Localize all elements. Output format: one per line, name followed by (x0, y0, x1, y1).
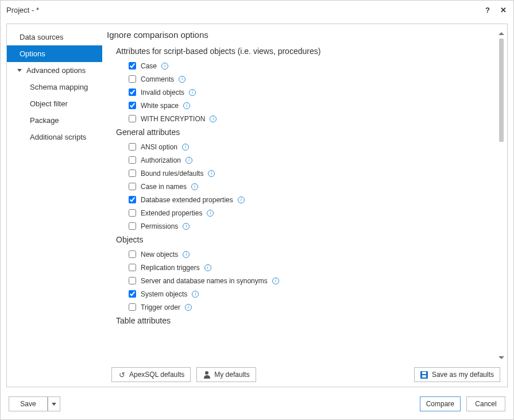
sidebar-item-additional-scripts[interactable]: Additional scripts (7, 129, 102, 145)
checkbox[interactable] (129, 143, 136, 151)
window-controls: ? ✕ (485, 6, 507, 14)
checkbox-row-trigger-order: Trigger orderi (129, 303, 493, 311)
footer-right-buttons: Compare Cancel (420, 396, 505, 411)
cancel-button[interactable]: Cancel (466, 396, 505, 411)
sidebar-item-label: Object filter (30, 99, 68, 108)
help-button[interactable]: ? (485, 6, 490, 14)
save-as-defaults-button[interactable]: Save as my defaults (414, 367, 500, 382)
info-icon[interactable]: i (272, 278, 279, 284)
checkbox[interactable] (129, 277, 136, 284)
checkbox[interactable] (129, 169, 136, 177)
checkbox-label: White space (141, 102, 179, 110)
right-buttons: Save as my defaults (414, 367, 500, 382)
section-title: Table attributes (116, 316, 493, 325)
checkbox-label: Comments (141, 75, 174, 83)
sidebar-item-object-filter[interactable]: Object filter (7, 95, 102, 112)
info-icon[interactable]: i (204, 264, 211, 271)
sidebar-item-schema-mapping[interactable]: Schema mapping (7, 79, 102, 95)
checkbox[interactable] (129, 183, 136, 190)
checkbox-row-comments: Commentsi (129, 75, 493, 83)
section-title: Objects (116, 235, 493, 244)
save-label: Save (20, 400, 36, 408)
checklist: New objectsiReplication triggersiServer … (116, 250, 493, 311)
info-icon[interactable]: i (185, 304, 192, 311)
sidebar-item-advanced-options[interactable]: Advanced options (7, 62, 102, 79)
sidebar: Data sourcesOptionsAdvanced optionsSchem… (7, 24, 102, 361)
checkbox[interactable] (129, 102, 136, 109)
apexsql-defaults-button[interactable]: ↺ ApexSQL defaults (111, 367, 191, 382)
info-icon[interactable]: i (161, 63, 168, 70)
sidebar-item-label: Data sources (20, 33, 64, 41)
info-icon[interactable]: i (189, 89, 196, 96)
left-buttons: ↺ ApexSQL defaults My defaults (14, 367, 256, 382)
my-defaults-label: My defaults (214, 371, 249, 379)
defaults-button-row: ↺ ApexSQL defaults My defaults Save as m… (7, 361, 507, 387)
info-icon[interactable]: i (207, 210, 214, 217)
sidebar-item-label: Options (20, 49, 45, 58)
checkbox-label: Replication triggers (141, 264, 200, 272)
checkbox-label: WITH ENCRYPTION (141, 115, 205, 123)
scroll-down-icon[interactable] (498, 356, 504, 359)
info-icon[interactable]: i (210, 115, 217, 122)
checkbox[interactable] (129, 209, 136, 217)
vertical-scrollbar[interactable] (497, 30, 506, 361)
close-button[interactable]: ✕ (500, 6, 507, 14)
checkbox-row-with-encryption: WITH ENCRYPTIONi (129, 114, 493, 123)
checkbox[interactable] (129, 251, 136, 258)
info-icon[interactable]: i (185, 157, 192, 164)
info-icon[interactable]: i (208, 170, 215, 177)
checkbox[interactable] (129, 222, 136, 230)
checkbox-row-bound-rules-defaults: Bound rules/defaultsi (129, 169, 493, 178)
checkbox-label: Database extended properties (141, 196, 233, 204)
checkbox[interactable] (129, 88, 136, 96)
titlebar: Project - * ? ✕ (1, 1, 513, 19)
checkbox[interactable] (129, 196, 136, 203)
checkbox-row-replication-triggers: Replication triggersi (129, 263, 493, 272)
checkbox[interactable] (129, 264, 136, 271)
save-dropdown-button[interactable] (48, 396, 60, 411)
checklist: ANSI optioniAuthorizationiBound rules/de… (116, 142, 493, 230)
checkbox-label: New objects (141, 251, 178, 259)
content-area: Ignore comparison options Attributes for… (102, 24, 507, 361)
checkbox-row-case: Casei (129, 61, 493, 70)
footer: Save Compare Cancel (1, 392, 513, 419)
info-icon[interactable]: i (183, 223, 190, 230)
checkbox-label: Bound rules/defaults (141, 169, 203, 178)
section-title: Attributes for script-based objects (i.e… (116, 47, 493, 56)
project-options-window: Project - * ? ✕ Data sourcesOptionsAdvan… (0, 0, 514, 420)
info-icon[interactable]: i (191, 183, 198, 190)
chevron-down-icon (17, 69, 22, 72)
window-title: Project - * (6, 6, 39, 14)
checkbox-label: Trigger order (141, 303, 180, 311)
checkbox[interactable] (129, 115, 136, 122)
info-icon[interactable]: i (179, 76, 185, 83)
info-icon[interactable]: i (182, 144, 189, 151)
checkbox-row-ansi-option: ANSI optioni (129, 142, 493, 151)
info-icon[interactable]: i (192, 291, 199, 298)
info-icon[interactable]: i (183, 102, 190, 109)
checkbox-row-system-objects: System objectsi (129, 290, 493, 298)
compare-button[interactable]: Compare (420, 396, 461, 411)
checkbox[interactable] (129, 62, 136, 70)
checkbox[interactable] (129, 75, 136, 83)
scroll-up-icon[interactable] (498, 32, 504, 35)
checkbox-label: Case (141, 62, 157, 70)
save-button[interactable]: Save (9, 396, 48, 411)
checkbox[interactable] (129, 303, 136, 311)
my-defaults-button[interactable]: My defaults (196, 367, 256, 382)
cancel-label: Cancel (475, 400, 496, 408)
sidebar-item-options[interactable]: Options (7, 45, 102, 62)
checkbox-row-server-and-database-names-in-synonyms: Server and database names in synonymsi (129, 276, 493, 285)
info-icon[interactable]: i (238, 196, 245, 203)
scroll-thumb[interactable] (499, 38, 504, 142)
checkbox-row-invalid-objects: Invalid objectsi (129, 88, 493, 97)
checkbox-row-white-space: White spacei (129, 101, 493, 110)
sidebar-item-package[interactable]: Package (7, 112, 102, 129)
checkbox-label: ANSI option (141, 143, 177, 151)
checkbox[interactable] (129, 156, 136, 164)
save-split-button[interactable]: Save (9, 396, 60, 411)
sections-container: Attributes for script-based objects (i.e… (116, 47, 493, 325)
checkbox[interactable] (129, 290, 136, 298)
info-icon[interactable]: i (183, 251, 190, 258)
sidebar-item-data-sources[interactable]: Data sources (7, 29, 102, 45)
